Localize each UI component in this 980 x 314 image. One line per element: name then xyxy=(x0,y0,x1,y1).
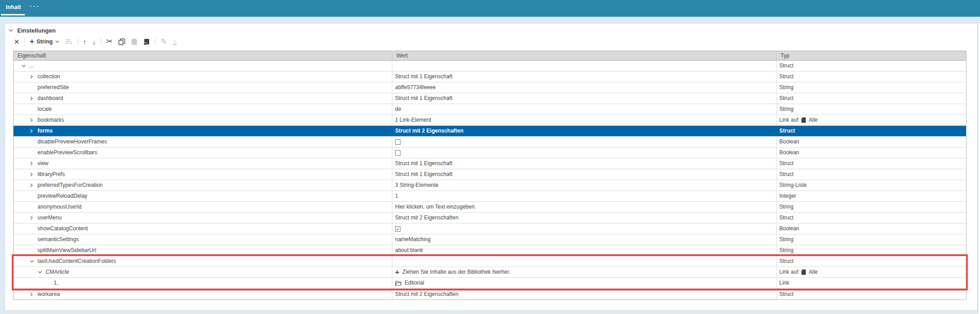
property-name-cell[interactable]: dashboard xyxy=(14,93,392,104)
property-value-cell[interactable]: 3 String-Elemente xyxy=(392,180,777,190)
add-property-button[interactable]: + String xyxy=(29,37,60,47)
chevron-right-icon[interactable] xyxy=(30,96,38,100)
property-type-cell: Struct xyxy=(777,289,966,300)
scrollbar-track[interactable] xyxy=(978,23,980,314)
table-row[interactable]: formsStruct mit 2 EigenschaftenStruct xyxy=(14,126,966,137)
property-name-cell[interactable]: enablePreviewScrollbars xyxy=(14,147,392,158)
table-row[interactable]: viewStruct mit 1 EigenschaftStruct xyxy=(14,158,966,169)
table-row[interactable]: bookmarks1 Link-ElementLink aufAlle xyxy=(14,115,966,126)
table-row[interactable]: ...Struct xyxy=(14,61,966,71)
table-row[interactable]: libraryPrefsStruct mit 1 EigenschaftStru… xyxy=(14,169,966,180)
table-row[interactable]: lastUsedContentCreationFoldersStruct xyxy=(14,256,966,267)
table-row[interactable]: semanticSettingsnameMatchingString xyxy=(14,234,966,245)
property-name-cell[interactable]: showCatalogContent xyxy=(14,224,392,234)
property-value-cell[interactable] xyxy=(392,137,777,147)
table-row[interactable]: preferredTypesForCreation3 String-Elemen… xyxy=(14,180,966,191)
tab-inhalt[interactable]: Inhalt xyxy=(6,4,21,10)
chevron-right-icon[interactable] xyxy=(30,129,38,133)
settings-section-header[interactable]: Einstellungen xyxy=(9,27,56,34)
checkbox[interactable] xyxy=(395,150,400,156)
property-name-cell[interactable]: locale xyxy=(14,104,392,114)
property-name-cell[interactable]: forms xyxy=(14,126,392,136)
chevron-right-icon[interactable] xyxy=(30,216,38,220)
property-value-cell[interactable]: Editorial xyxy=(392,278,777,288)
property-value-cell[interactable]: Struct mit 1 Eigenschaft xyxy=(392,93,777,104)
column-header-typ[interactable]: Typ xyxy=(777,51,966,60)
paste-into-button[interactable] xyxy=(142,37,151,47)
property-name-cell[interactable]: semanticSettings xyxy=(14,234,392,245)
property-value-cell[interactable] xyxy=(392,61,777,71)
checkbox[interactable] xyxy=(395,139,400,145)
table-row[interactable]: preferredSiteabffe57734feeeeString xyxy=(14,82,966,93)
table-row[interactable]: dashboardStruct mit 1 EigenschaftStruct xyxy=(14,93,966,104)
remove-property-button[interactable]: × xyxy=(13,37,20,47)
chevron-right-icon[interactable] xyxy=(30,172,38,176)
property-value-cell[interactable]: Struct mit 2 Eigenschaften xyxy=(392,213,777,223)
table-row[interactable]: collectionStruct mit 1 EigenschaftStruct xyxy=(14,71,966,82)
move-down-button[interactable]: ↓ xyxy=(91,37,97,47)
chevron-down-icon[interactable] xyxy=(30,260,38,263)
property-value-cell[interactable]: Hier klicken, um Text einzugeben. xyxy=(392,202,777,212)
checkbox[interactable]: ✓ xyxy=(395,226,400,232)
cut-button[interactable]: ✂ xyxy=(105,37,113,47)
property-type-cell: Link xyxy=(777,278,966,288)
table-row[interactable]: workareaStruct mit 2 EigenschaftenStruct xyxy=(14,289,966,300)
property-name-cell[interactable]: preferredSite xyxy=(14,82,392,93)
column-header-wert[interactable]: Wert xyxy=(392,51,777,60)
chevron-right-icon[interactable] xyxy=(30,75,38,79)
table-row[interactable]: enablePreviewScrollbarsBoolean xyxy=(14,147,966,158)
property-name-cell[interactable]: preferredTypesForCreation xyxy=(14,180,392,190)
property-value-cell[interactable]: de xyxy=(392,104,777,114)
property-value-cell[interactable]: about:blank xyxy=(392,245,777,256)
table-row[interactable]: 1.EditorialLink xyxy=(14,278,966,289)
table-row[interactable]: showCatalogContent✓Boolean xyxy=(14,224,966,234)
chevron-right-icon[interactable] xyxy=(30,118,38,122)
property-name-cell[interactable]: workarea xyxy=(14,289,392,300)
chevron-down-icon[interactable] xyxy=(38,271,46,274)
property-value-cell[interactable] xyxy=(392,256,777,266)
chevron-down-icon[interactable] xyxy=(22,64,29,67)
property-name-cell[interactable]: CMArticle xyxy=(14,267,392,277)
table-row[interactable]: previewReloadDelay1Integer xyxy=(14,191,966,202)
property-name-cell[interactable]: bookmarks xyxy=(14,115,392,125)
property-value-cell[interactable]: 1 Link-Element xyxy=(392,115,777,125)
chevron-right-icon[interactable] xyxy=(30,162,38,166)
table-row[interactable]: CMArticle+Ziehen Sie Inhalte aus der Bib… xyxy=(14,267,966,278)
property-value-cell[interactable]: nameMatching xyxy=(392,234,777,245)
property-value-cell[interactable]: abffe57734feeee xyxy=(392,82,777,93)
table-row[interactable]: anonymousUserIdHier klicken, um Text ein… xyxy=(14,202,966,213)
property-name-cell[interactable]: previewReloadDelay xyxy=(14,191,392,201)
property-name-cell[interactable]: view xyxy=(14,158,392,169)
property-value-cell[interactable]: Struct mit 2 Eigenschaften xyxy=(392,289,777,300)
property-type-cell: String xyxy=(777,104,966,114)
property-name-cell[interactable]: splitMainViewSidebarUrl xyxy=(14,245,392,256)
table-row[interactable]: localedeString xyxy=(14,104,966,115)
table-row[interactable]: disablePreviewHoverFramesBoolean xyxy=(14,137,966,147)
property-name-cell[interactable]: disablePreviewHoverFrames xyxy=(14,137,392,147)
tab-more[interactable]: ··· xyxy=(30,3,40,10)
property-value-cell[interactable]: Struct mit 1 Eigenschaft xyxy=(392,158,777,169)
table-row[interactable]: userMenuStruct mit 2 EigenschaftenStruct xyxy=(14,213,966,224)
property-name-cell[interactable]: ... xyxy=(14,61,392,71)
property-name-cell[interactable]: userMenu xyxy=(14,213,392,223)
chevron-right-icon[interactable] xyxy=(30,292,38,296)
column-header-eigenschaft[interactable]: Eigenschaft xyxy=(14,51,392,60)
copy-button[interactable] xyxy=(118,37,126,47)
property-name-cell[interactable]: libraryPrefs xyxy=(14,169,392,180)
property-value-cell[interactable]: Struct mit 1 Eigenschaft xyxy=(392,169,777,180)
toolbar-separator xyxy=(78,38,78,45)
property-value-cell[interactable] xyxy=(392,147,777,158)
property-name-cell[interactable]: lastUsedContentCreationFolders xyxy=(14,256,392,266)
property-name-cell[interactable]: anonymousUserId xyxy=(14,202,392,212)
chevron-down-icon[interactable] xyxy=(9,29,13,32)
property-value-cell[interactable]: 1 xyxy=(392,191,777,201)
table-row[interactable]: splitMainViewSidebarUrlabout:blankString xyxy=(14,245,966,256)
move-up-button[interactable]: ↑ xyxy=(82,37,88,47)
property-name-cell[interactable]: 1. xyxy=(14,278,392,288)
property-value-cell[interactable]: Struct mit 2 Eigenschaften xyxy=(392,126,777,136)
property-value-cell[interactable]: ✓ xyxy=(392,224,777,234)
chevron-right-icon[interactable] xyxy=(30,183,38,187)
property-value-cell[interactable]: +Ziehen Sie Inhalte aus der Bibliothek h… xyxy=(392,267,777,277)
property-value-cell[interactable]: Struct mit 1 Eigenschaft xyxy=(392,71,777,82)
property-name-cell[interactable]: collection xyxy=(14,71,392,82)
